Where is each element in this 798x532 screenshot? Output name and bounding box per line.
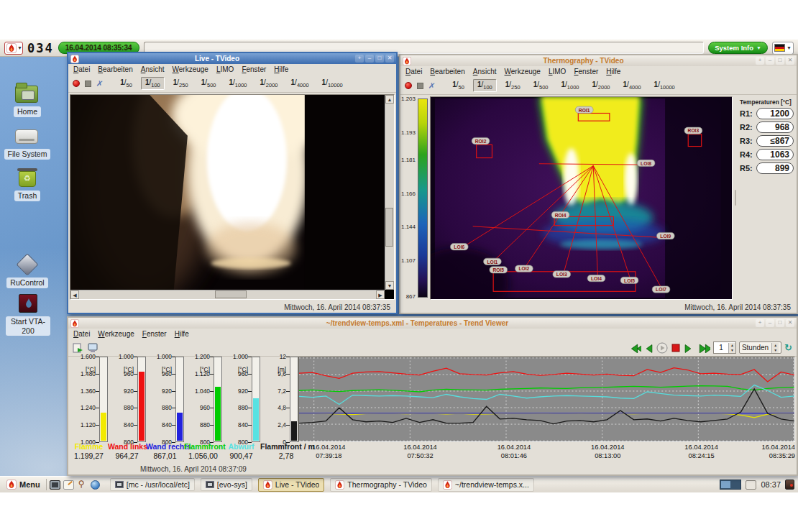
desktop-icon-rucontrol[interactable]: RuControl <box>0 254 55 288</box>
panel-splitter[interactable] <box>733 96 738 300</box>
play-icon[interactable] <box>656 342 668 354</box>
record-icon[interactable] <box>405 82 412 89</box>
vertical-scrollbar[interactable]: ▲ ▼ <box>385 95 394 290</box>
pin-icon[interactable]: + <box>756 57 764 65</box>
pin-icon[interactable]: + <box>355 55 364 63</box>
gauge-bar[interactable] <box>139 372 145 441</box>
menu-item-fenster[interactable]: Fenster <box>142 330 167 338</box>
shutter-1-10000[interactable]: 1/10000 <box>318 77 347 90</box>
menu-item-hilfe[interactable]: Hilfe <box>274 65 288 73</box>
gauge-bar[interactable] <box>215 387 221 441</box>
fast-forward-icon[interactable] <box>696 343 710 353</box>
language-selector[interactable]: ▼ <box>772 42 794 55</box>
interval-unit-select[interactable]: Stunden ▲▼ <box>739 341 781 354</box>
scroll-up-icon[interactable]: ▲ <box>385 95 394 104</box>
refresh-icon[interactable]: ↻ <box>784 342 792 353</box>
task-item-live-tvideo[interactable]: Live - TVideo <box>258 478 324 492</box>
thermo-titlebar[interactable]: Thermography - TVideo +–□✕ <box>400 55 797 66</box>
editor-launcher-icon[interactable] <box>63 480 74 490</box>
shutter-1-1000[interactable]: 1/1000 <box>224 77 251 90</box>
fast-backward-icon[interactable] <box>627 343 641 353</box>
scroll-right-icon[interactable]: ▶ <box>376 290 385 299</box>
shutter-1-50[interactable]: 1/50 <box>448 79 469 92</box>
backward-icon[interactable] <box>644 343 653 353</box>
shutter-1-2000[interactable]: 1/2000 <box>588 79 615 92</box>
shutter-1-250[interactable]: 1/250 <box>501 79 525 92</box>
shutter-1-2000[interactable]: 1/2000 <box>256 77 283 90</box>
menu-item-limo[interactable]: LIMO <box>549 68 566 75</box>
export-icon[interactable] <box>73 343 83 353</box>
desktop-icon-home[interactable]: Home <box>0 83 55 117</box>
tools-icon[interactable]: ✗ <box>428 81 436 91</box>
menu-item-datei[interactable]: Datei <box>73 65 90 73</box>
settings-launcher-icon[interactable] <box>77 480 88 490</box>
menu-item-bearbeiten[interactable]: Bearbeiten <box>430 68 464 75</box>
pin-icon[interactable]: + <box>756 319 764 327</box>
menu-item-limo[interactable]: LIMO <box>216 65 234 73</box>
minimize-icon[interactable]: – <box>766 319 774 327</box>
menu-item-bearbeiten[interactable]: Bearbeiten <box>98 65 132 73</box>
horizontal-scrollbar[interactable]: ◀ ▶ <box>70 290 385 299</box>
maximize-icon[interactable]: □ <box>375 55 384 63</box>
menu-item-werkzeuge[interactable]: Werkzeuge <box>173 65 208 73</box>
gauge-bar[interactable] <box>291 421 297 441</box>
shutter-1-4000[interactable]: 1/4000 <box>619 79 646 92</box>
scroll-down-icon[interactable]: ▼ <box>385 281 394 290</box>
menu-item-fenster[interactable]: Fenster <box>574 68 598 75</box>
shutter-1-250[interactable]: 1/250 <box>169 77 193 90</box>
terminal-launcher-icon[interactable] <box>50 480 60 490</box>
maximize-icon[interactable]: □ <box>776 319 784 327</box>
shutter-1-100[interactable]: 1/100 <box>473 79 497 92</box>
close-icon[interactable]: ✕ <box>786 57 794 65</box>
shutter-1-4000[interactable]: 1/4000 <box>287 77 313 90</box>
stop-icon[interactable] <box>417 83 423 89</box>
tools-icon[interactable]: ✗ <box>96 78 104 88</box>
interval-spinbox[interactable]: 1 ▲▼ <box>713 341 736 354</box>
trend-titlebar[interactable]: ~/trendview-temps.xml - Temperatures - T… <box>68 318 797 329</box>
gauge-bar[interactable] <box>253 398 259 441</box>
minimize-icon[interactable]: – <box>766 57 774 65</box>
show-desktop-button[interactable] <box>746 480 756 490</box>
task-item--mc-usr-local-etc-[interactable]: [mc - /usr/local/etc] <box>110 478 195 491</box>
stop-icon[interactable] <box>85 81 91 87</box>
shutter-1-50[interactable]: 1/50 <box>116 77 137 90</box>
spin-down-icon[interactable]: ▼ <box>729 348 735 353</box>
logout-icon[interactable] <box>785 480 794 490</box>
menu-item-hilfe[interactable]: Hilfe <box>606 68 620 75</box>
shutter-1-1000[interactable]: 1/1000 <box>556 79 583 92</box>
minimize-icon[interactable]: – <box>365 55 374 63</box>
menu-item-hilfe[interactable]: Hilfe <box>175 330 189 338</box>
system-info-button[interactable]: System Info▼ <box>708 42 768 54</box>
stop-record-icon[interactable] <box>671 343 681 353</box>
menu-item-datei[interactable]: Datei <box>405 68 422 75</box>
forward-icon[interactable] <box>684 343 693 353</box>
menu-button[interactable]: Menu <box>4 479 43 490</box>
menu-item-ansicht[interactable]: Ansicht <box>141 65 165 73</box>
desktop-icon-filesystem[interactable]: File System <box>0 125 55 160</box>
shutter-1-500[interactable]: 1/500 <box>197 77 221 90</box>
menu-item-ansicht[interactable]: Ansicht <box>473 68 497 75</box>
browser-launcher-icon[interactable] <box>91 480 100 490</box>
gauge-bar[interactable] <box>177 413 183 441</box>
gauge-bar[interactable] <box>101 413 106 441</box>
scroll-thumb[interactable] <box>215 290 247 298</box>
workspace-pager[interactable] <box>720 480 741 490</box>
shutter-1-100[interactable]: 1/100 <box>141 77 165 90</box>
computer-icon[interactable] <box>88 343 98 353</box>
desktop-icon-trash[interactable]: Trash <box>0 167 55 201</box>
desktop-icon-start-vta200[interactable]: Start VTA-200 <box>0 293 56 336</box>
app-launcher-flame-icon[interactable]: ▼ <box>4 42 23 55</box>
task-item--evo-sys-[interactable]: [evo-sys] <box>201 478 252 491</box>
close-icon[interactable]: ✕ <box>385 55 394 63</box>
record-icon[interactable] <box>73 80 80 87</box>
menu-item-fenster[interactable]: Fenster <box>242 65 266 73</box>
menu-item-datei[interactable]: Datei <box>73 330 90 338</box>
task-item--trendview-temps-x-[interactable]: ~/trendview-temps.x... <box>438 478 534 492</box>
scroll-left-icon[interactable]: ◀ <box>70 290 79 299</box>
menu-item-werkzeuge[interactable]: Werkzeuge <box>505 68 541 75</box>
scroll-thumb[interactable] <box>385 208 393 247</box>
live-titlebar[interactable]: Live - TVideo +–□✕ <box>68 53 396 64</box>
task-item-thermography-tvideo[interactable]: Thermography - TVideo <box>330 478 432 492</box>
close-icon[interactable]: ✕ <box>786 319 794 327</box>
maximize-icon[interactable]: □ <box>776 57 784 65</box>
